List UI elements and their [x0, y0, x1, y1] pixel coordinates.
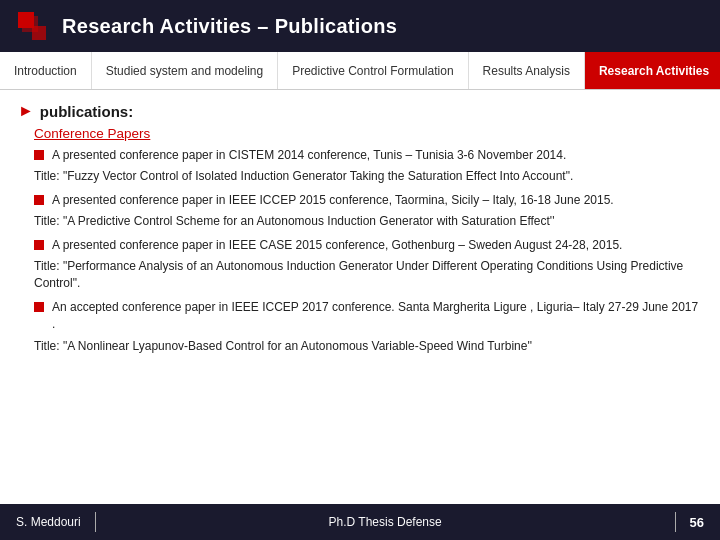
- footer-event: Ph.D Thesis Defense: [110, 515, 661, 529]
- page-header: Research Activities – Publications: [0, 0, 720, 52]
- navigation-bar: Introduction Studied system and modeling…: [0, 52, 720, 90]
- paper-item-1: A presented conference paper in CISTEM 2…: [34, 147, 702, 164]
- footer-author: S. Meddouri: [16, 515, 81, 529]
- paper-text-2: A presented conference paper in IEEE ICC…: [52, 192, 614, 209]
- conference-papers-title: Conference Papers: [34, 126, 702, 141]
- footer-page-number: 56: [690, 515, 704, 530]
- publications-label: publications:: [40, 103, 133, 120]
- arrow-icon: ►: [18, 102, 34, 120]
- nav-predictive-control[interactable]: Predictive Control Formulation: [278, 52, 468, 89]
- page-title: Research Activities – Publications: [62, 15, 397, 38]
- paper-title-2: Title: "A Predictive Control Scheme for …: [34, 213, 702, 230]
- paper-text-1: A presented conference paper in CISTEM 2…: [52, 147, 566, 164]
- paper-item-2: A presented conference paper in IEEE ICC…: [34, 192, 702, 209]
- paper-item-4: An accepted conference paper in IEEE ICC…: [34, 299, 702, 334]
- footer-divider-left: [95, 512, 96, 532]
- page-footer: S. Meddouri Ph.D Thesis Defense 56: [0, 504, 720, 540]
- paper-title-3: Title: "Performance Analysis of an Auton…: [34, 258, 702, 293]
- bullet-icon-1: [34, 150, 44, 160]
- nav-research-activities[interactable]: Research Activities: [585, 52, 720, 89]
- paper-item-3: A presented conference paper in IEEE CAS…: [34, 237, 702, 254]
- logo-icon: [14, 8, 50, 44]
- bullet-icon-4: [34, 302, 44, 312]
- nav-results-analysis[interactable]: Results Analysis: [469, 52, 585, 89]
- nav-studied-system[interactable]: Studied system and modeling: [92, 52, 278, 89]
- nav-introduction[interactable]: Introduction: [0, 52, 92, 89]
- bullet-icon-2: [34, 195, 44, 205]
- footer-divider-right: [675, 512, 676, 532]
- svg-rect-3: [32, 26, 46, 40]
- main-content: ► publications: Conference Papers A pres…: [0, 90, 720, 371]
- paper-text-3: A presented conference paper in IEEE CAS…: [52, 237, 622, 254]
- paper-title-1: Title: "Fuzzy Vector Control of Isolated…: [34, 168, 702, 185]
- publications-section-header: ► publications:: [18, 102, 702, 120]
- paper-title-4: Title: "A Nonlinear Lyapunov-Based Contr…: [34, 338, 702, 355]
- paper-text-4: An accepted conference paper in IEEE ICC…: [52, 299, 702, 334]
- bullet-icon-3: [34, 240, 44, 250]
